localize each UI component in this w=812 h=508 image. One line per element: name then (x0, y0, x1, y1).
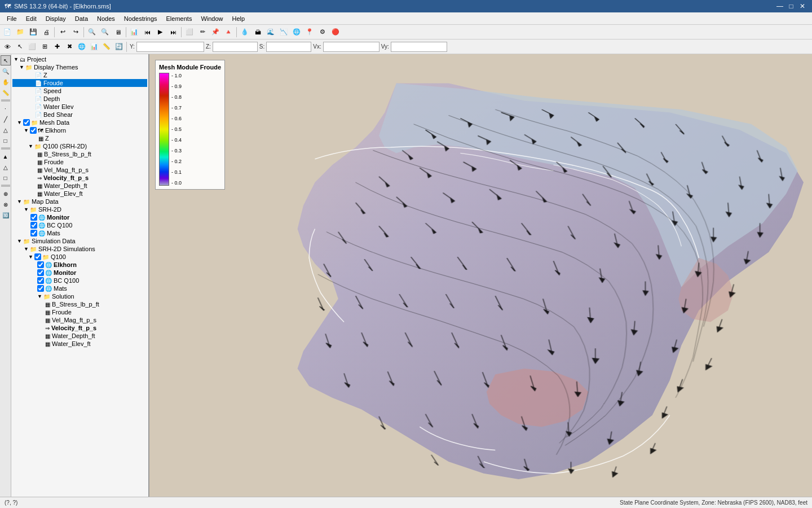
map-area[interactable]: Mesh Module Froude - 1.0 - 0.9 - 0.8 - 0… (149, 54, 812, 497)
tool-poly[interactable]: △ (1, 125, 11, 135)
maximize-button[interactable]: □ (786, 1, 796, 11)
expand-srh2d[interactable]: ▼ (24, 207, 29, 212)
tool-edit2[interactable]: ⊗ (1, 199, 11, 209)
title-bar-controls[interactable]: — □ ✕ (775, 1, 807, 11)
expand-project[interactable]: ▼ (14, 56, 19, 62)
tb-zoomout[interactable]: 🔍 (99, 26, 111, 38)
tree-sol-velocity[interactable]: ⇒ Velocity_ft_p_s (12, 324, 147, 332)
bcq100Sim-check[interactable] (37, 277, 44, 284)
menu-help[interactable]: Help (228, 14, 250, 23)
tree-sol-velmag[interactable]: ▦ Vel_Mag_ft_p_s (12, 316, 147, 324)
tree-depth[interactable]: 📄 Depth (12, 95, 147, 103)
menu-nodes[interactable]: Nodes (92, 14, 120, 23)
tree-elkhorn-sim[interactable]: 🌐 Elkhorn (12, 261, 147, 269)
menu-elements[interactable]: Elements (162, 14, 197, 23)
tool-node[interactable]: · (1, 103, 11, 113)
tb2-cross[interactable]: ✖ (63, 41, 76, 53)
tb-node[interactable]: 📌 (209, 26, 222, 38)
tool-zoom[interactable]: 🔍 (1, 66, 11, 76)
mats-check[interactable] (30, 230, 37, 237)
tree-mesh-data[interactable]: ▼ 📁 Mesh Data (12, 119, 147, 126)
tree-bed-shear[interactable]: 📄 Bed Shear (12, 111, 147, 119)
tb2-select[interactable]: ↖ (14, 41, 26, 53)
tb-open[interactable]: 📁 (14, 26, 27, 38)
tool-edit3[interactable]: 🔟 (1, 210, 11, 220)
y-input[interactable] (136, 42, 204, 52)
tool-measure[interactable]: 📏 (1, 87, 11, 98)
tree-sol-bstress[interactable]: ▦ B_Stress_lb_p_ft (12, 300, 147, 308)
expand-q100sim[interactable]: ▼ (28, 254, 33, 260)
bcq100-check[interactable] (30, 222, 37, 229)
tb-edit[interactable]: ✏ (196, 26, 209, 38)
expand-elkhorn[interactable]: ▼ (24, 128, 29, 133)
tool-line[interactable]: ╱ (1, 114, 11, 124)
expand-mapdata[interactable]: ▼ (17, 199, 22, 204)
tree-srh2d[interactable]: ▼ 📁 SRH-2D (12, 205, 147, 213)
monitor-check[interactable] (30, 214, 37, 221)
expand-simdata[interactable]: ▼ (17, 238, 22, 244)
expand-solution[interactable]: ▼ (37, 294, 42, 299)
tree-velocity[interactable]: ⇒ Velocity_ft_p_s (12, 174, 147, 182)
tb-screen[interactable]: 🖥 (112, 26, 124, 38)
tb2-rotate[interactable]: 🔄 (113, 41, 125, 53)
tree-map-data[interactable]: ▼ 📁 Map Data (12, 198, 147, 205)
tb-pin[interactable]: 📍 (303, 26, 316, 38)
expand-q100[interactable]: ▼ (28, 143, 33, 149)
tb-water[interactable]: 💧 (239, 26, 251, 38)
tb2-chart[interactable]: 📊 (88, 41, 100, 53)
tb2-ruler[interactable]: 📏 (100, 41, 113, 53)
vy-input[interactable] (391, 42, 447, 52)
tool-square[interactable]: □ (1, 173, 11, 183)
menu-data[interactable]: Data (70, 14, 92, 23)
mesh-check[interactable] (23, 119, 30, 126)
tb-prev[interactable]: ⏮ (141, 26, 153, 38)
close-button[interactable]: ✕ (797, 1, 807, 11)
tree-display-themes[interactable]: ▼ 📁 Display Themes (12, 63, 147, 71)
expand-dt[interactable]: ▼ (19, 64, 24, 70)
tb-new[interactable]: 📄 (1, 26, 14, 38)
tool-up[interactable]: ▲ (1, 151, 11, 161)
tree-waterdepth[interactable]: ▦ Water_Depth_ft (12, 182, 147, 190)
monitorSim-check[interactable] (37, 269, 44, 276)
tree-z[interactable]: 📄 Z (12, 71, 147, 79)
tb-print[interactable]: 🖨 (40, 26, 52, 38)
tree-froude[interactable]: 📄 Froude (12, 79, 147, 87)
tb-settings[interactable]: ⚙ (316, 26, 329, 38)
tree-sol-waterdepth[interactable]: ▦ Water_Depth_ft (12, 332, 147, 340)
tree-project[interactable]: ▼ 🗂 Project (12, 55, 147, 63)
tb-save[interactable]: 💾 (27, 26, 39, 38)
tb-next[interactable]: ⏭ (167, 26, 179, 38)
tool-triangle-out[interactable]: △ (1, 162, 11, 172)
tree-q100-sim[interactable]: ▼ 📁 Q100 (12, 253, 147, 261)
tb2-globe[interactable]: 🌐 (76, 41, 88, 53)
tb-select[interactable]: ⬜ (183, 26, 196, 38)
tool-rect[interactable]: □ (1, 135, 11, 146)
tb2-box[interactable]: ⬜ (26, 41, 38, 53)
tb-redo[interactable]: ↪ (69, 26, 82, 38)
tree-bc-q100[interactable]: 🌐 BC Q100 (12, 221, 147, 229)
tree-sol-froude[interactable]: ▦ Froude (12, 308, 147, 316)
expand-srh2dsims[interactable]: ▼ (24, 246, 29, 252)
tree-bcq100-sim[interactable]: 🌐 BC Q100 (12, 277, 147, 284)
tb-zoomin[interactable]: 🔍 (86, 26, 98, 38)
menu-edit[interactable]: Edit (21, 14, 41, 23)
tree-velmag[interactable]: ▦ Vel_Mag_ft_p_s (12, 166, 147, 174)
tb2-grid[interactable]: ⊞ (38, 41, 51, 53)
tree-elkhorn-z[interactable]: ▦ Z (12, 134, 147, 142)
tree-bstress[interactable]: ▦ B_Stress_lb_p_ft (12, 150, 147, 158)
vx-input[interactable] (323, 42, 379, 52)
tree-sol-waterelev[interactable]: ▦ Water_Elev_ft (12, 340, 147, 348)
tree-monitor-sim[interactable]: 🌐 Monitor (12, 269, 147, 277)
menu-nodestrings[interactable]: Nodestrings (120, 14, 162, 23)
minimize-button[interactable]: — (775, 1, 785, 11)
tree-elkhorn[interactable]: ▼ 🗺 Elkhorn (12, 126, 147, 134)
tree-mats-sim[interactable]: 🌐 Mats (12, 284, 147, 292)
tb-danger[interactable]: 🔴 (329, 26, 342, 38)
tb-frame[interactable]: 📊 (128, 26, 140, 38)
z-input[interactable] (213, 42, 258, 52)
tree-solution[interactable]: ▼ 📁 Solution (12, 292, 147, 300)
menu-file[interactable]: File (2, 14, 21, 23)
tree-monitor[interactable]: 🌐 Monitor (12, 213, 147, 221)
tool-arrow[interactable]: ↖ (1, 55, 11, 65)
tool-pan[interactable]: ✋ (1, 77, 11, 87)
